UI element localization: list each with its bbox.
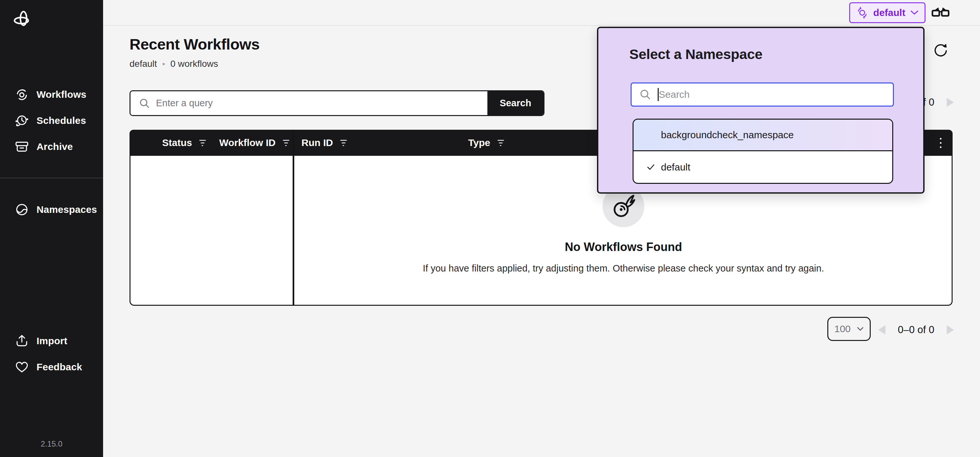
namespace-option-default[interactable]: default	[633, 151, 892, 183]
upload-icon	[14, 333, 29, 349]
checkmark-icon	[647, 163, 655, 171]
glasses-icon	[931, 6, 950, 20]
sidebar-item-feedback[interactable]: Feedback	[0, 355, 103, 379]
query-input[interactable]	[156, 91, 487, 115]
namespace-list: backgroundcheck_namespace default	[633, 119, 893, 184]
page-size-value: 100	[834, 323, 851, 335]
column-label: Run ID	[301, 137, 333, 148]
sidebar-item-schedules[interactable]: Schedules	[0, 108, 103, 133]
column-header-status: Status	[162, 130, 208, 156]
sidebar-item-archive[interactable]: Archive	[0, 134, 103, 159]
labs-glasses-toggle[interactable]	[931, 5, 951, 21]
sidebar-item-label: Workflows	[37, 89, 86, 100]
subtitle-workflow-count: 0 workflows	[170, 59, 218, 69]
filter-icon[interactable]	[338, 138, 349, 148]
search-button[interactable]: Search	[487, 91, 544, 115]
sidebar-item-label: Import	[37, 335, 68, 346]
filter-icon[interactable]	[281, 138, 291, 148]
sidebar-item-import[interactable]: Import	[0, 328, 103, 353]
page-size-select[interactable]: 100	[827, 317, 871, 341]
query-search-bar: Search	[129, 90, 544, 116]
column-label: Type	[468, 137, 490, 148]
chevron-down-icon	[857, 326, 864, 332]
query-input-wrap	[130, 91, 487, 115]
namespace-select-modal: Select a Namespace backgroundcheck_names…	[597, 27, 924, 194]
next-page-arrow[interactable]	[947, 98, 954, 107]
filter-icon[interactable]	[197, 138, 208, 148]
sidebar-item-label: Namespaces	[37, 204, 97, 215]
chevron-down-icon	[910, 10, 919, 16]
search-icon	[139, 98, 150, 109]
column-label: Status	[162, 137, 192, 148]
namespace-option-label: backgroundcheck_namespace	[661, 129, 794, 141]
previous-page-arrow[interactable]	[878, 325, 885, 335]
sidebar-item-workflows[interactable]: Workflows	[0, 82, 103, 107]
namespace-switcher-button[interactable]: default	[849, 2, 926, 23]
empty-state: No Workflows Found If you have filters a…	[363, 186, 885, 274]
app-root: Workflows Schedules	[0, 0, 980, 457]
empty-state-message: If you have filters applied, try adjusti…	[423, 263, 824, 274]
search-icon	[640, 89, 651, 100]
table-options-kebab-icon[interactable]	[937, 130, 944, 156]
page-title: Recent Workflows	[129, 35, 260, 53]
modal-title: Select a Namespace	[629, 46, 762, 62]
namespaces-icon	[14, 202, 29, 217]
workflows-icon	[14, 87, 29, 102]
column-header-run-id: Run ID	[301, 130, 349, 156]
sidebar-item-namespaces[interactable]: Namespaces	[0, 197, 103, 222]
sidebar-item-label: Schedules	[37, 115, 86, 126]
filter-icon[interactable]	[496, 138, 506, 148]
column-header-workflow-id: Workflow ID	[219, 130, 291, 156]
heart-icon	[14, 360, 29, 374]
subtitle-namespace: default	[129, 59, 157, 69]
refresh-button[interactable]	[932, 41, 949, 58]
top-header-bar: default	[103, 0, 980, 26]
namespace-rotate-icon	[856, 6, 869, 19]
column-label: Workflow ID	[219, 137, 276, 148]
namespace-switcher-label: default	[873, 7, 905, 18]
page-subtitle: default • 0 workflows	[129, 59, 218, 69]
archive-icon	[14, 139, 29, 154]
pinned-column-divider	[293, 130, 294, 306]
namespace-search-field	[631, 83, 894, 106]
temporal-logo-icon	[13, 10, 33, 30]
sidebar-divider	[0, 178, 103, 178]
page-range-label: 0–0 of 0	[898, 324, 934, 336]
empty-state-title: No Workflows Found	[565, 240, 682, 254]
column-header-type: Type	[468, 130, 506, 156]
namespace-option-backgroundcheck[interactable]: backgroundcheck_namespace	[633, 120, 892, 151]
namespace-search-input[interactable]	[659, 89, 893, 100]
schedules-icon	[14, 113, 29, 128]
refresh-icon	[932, 41, 949, 58]
sidebar-item-label: Archive	[37, 141, 73, 152]
sidebar: Workflows Schedules	[0, 0, 103, 457]
next-page-arrow[interactable]	[947, 325, 954, 335]
namespace-option-label: default	[661, 162, 690, 173]
comet-icon	[610, 193, 637, 220]
subtitle-separator: •	[162, 59, 165, 69]
app-version: 2.15.0	[0, 440, 103, 449]
bottom-pagination: 0–0 of 0	[878, 324, 954, 336]
sidebar-item-label: Feedback	[37, 362, 82, 373]
